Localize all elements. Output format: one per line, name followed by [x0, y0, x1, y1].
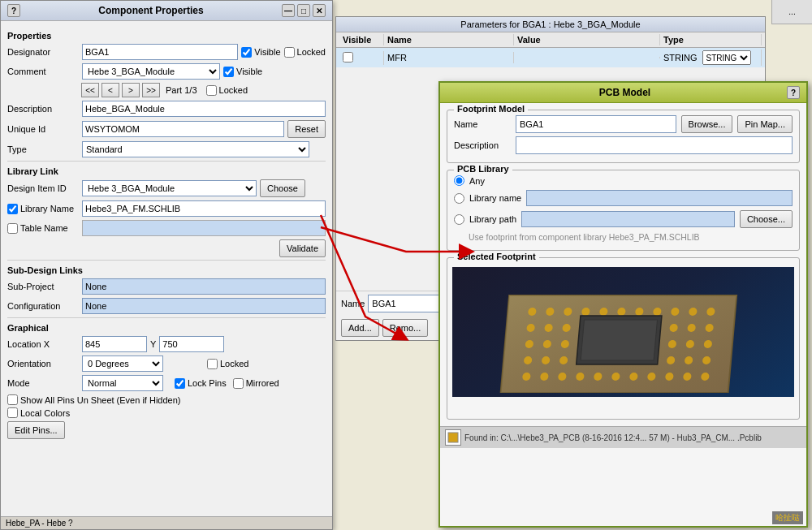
location-x-input[interactable] [82, 336, 147, 352]
designator-row: Designator Visible Locked [7, 44, 326, 60]
nav-first-button[interactable]: << [81, 83, 99, 97]
params-name-label: Name [341, 299, 365, 308]
footprint-name-label: Name [454, 119, 511, 129]
comment-visible-label: Visible [236, 67, 262, 76]
description-input[interactable] [82, 101, 326, 117]
params-data-row[interactable]: MFR STRING STRING [336, 48, 765, 67]
nav-last-button[interactable]: >> [142, 83, 160, 97]
lock-pins-text: Lock Pins [188, 378, 227, 388]
comment-select[interactable]: Hebe 3_BGA_Module [82, 63, 220, 80]
validate-button[interactable]: Validate [279, 239, 326, 257]
svg-rect-58 [581, 320, 657, 360]
found-in-bar: Found in: C:\...\Hebe3_PA_PCB (8-16-2016… [440, 426, 806, 448]
library-path-field[interactable] [521, 211, 735, 227]
footprint-description-input[interactable] [516, 136, 793, 154]
show-pins-checkbox[interactable] [7, 394, 18, 405]
local-colors-text: Local Colors [20, 408, 70, 418]
bottom-tab[interactable]: Hebe_PA - Hebe ? [1, 516, 332, 529]
maximize-button[interactable]: □ [297, 4, 310, 17]
lock-pins-checkbox[interactable] [175, 378, 185, 389]
design-item-id-select[interactable]: Hebe 3_BGA_Module [82, 180, 257, 196]
type-select[interactable]: Standard [82, 141, 309, 157]
library-choose-button[interactable]: Choose... [740, 210, 793, 228]
comment-label: Comment [7, 67, 79, 76]
graphical-section: Graphical Location X Y Orientation 0 Deg… [7, 317, 326, 418]
local-colors-checkbox[interactable] [7, 407, 18, 418]
uniqueid-row: Unique Id Reset [7, 120, 326, 138]
part-label: Part 1/3 [166, 85, 197, 95]
location-y-input[interactable] [159, 336, 224, 352]
help-button[interactable]: ? [7, 4, 20, 17]
designator-locked-checkbox[interactable] [284, 47, 295, 58]
main-titlebar: ? Component Properties — □ ✕ [1, 1, 332, 21]
orientation-locked-checkbox[interactable] [207, 359, 218, 369]
extra-dots: ... [788, 7, 795, 16]
edit-pins-row: Edit Pins... [7, 421, 326, 439]
uniqueid-input[interactable] [82, 121, 284, 137]
minimize-button[interactable]: — [282, 4, 295, 17]
params-add-button[interactable]: Add... [341, 319, 379, 337]
library-path-radio[interactable] [454, 214, 464, 225]
comment-visible-checkbox[interactable] [223, 67, 234, 77]
col-type: Type [660, 34, 762, 45]
footprint-description-row: Description [454, 136, 793, 154]
mirrored-label: Mirrored [233, 378, 279, 389]
pcb-help-button[interactable]: ? [787, 86, 800, 99]
show-pins-row: Show All Pins Un Sheet (Even if Hidden) [7, 394, 326, 405]
params-remove-button[interactable]: Remo... [382, 319, 429, 337]
close-button[interactable]: ✕ [313, 4, 326, 17]
nav-prev-button[interactable]: < [102, 83, 119, 97]
edit-pins-button[interactable]: Edit Pins... [7, 421, 65, 439]
mirrored-checkbox[interactable] [233, 378, 244, 389]
table-name-checkbox[interactable] [7, 223, 18, 234]
orientation-label: Orientation [7, 359, 79, 368]
table-name-input[interactable] [82, 220, 326, 236]
nav-locked-checkbox[interactable] [206, 85, 217, 96]
mode-row: Mode Normal Lock Pins Mirrored [7, 375, 326, 391]
main-title: Component Properties [20, 5, 282, 16]
orientation-select[interactable]: 0 Degrees [82, 355, 163, 372]
mirrored-text: Mirrored [246, 378, 279, 388]
extra-panel: ... [771, 0, 812, 24]
library-name-label: Library Name [20, 204, 74, 213]
configuration-input[interactable] [82, 298, 326, 314]
nav-locked-label: Locked [219, 85, 248, 95]
library-name-field[interactable] [526, 190, 793, 206]
designator-locked-checkbox-label: Locked [284, 47, 326, 58]
show-pins-checkbox-label: Show All Pins Un Sheet (Even if Hidden) [7, 394, 326, 405]
row-visible-checkbox[interactable] [343, 52, 353, 62]
footprint-preview [452, 263, 794, 401]
col-visible: Visible [339, 34, 384, 45]
nav-next-button[interactable]: > [122, 83, 140, 97]
library-name-radio[interactable] [454, 193, 464, 204]
selected-footprint-group: Selected Footprint [447, 257, 800, 420]
main-content: Properties Designator Visible Locked Com… [1, 21, 332, 444]
mode-select[interactable]: Normal [82, 375, 163, 391]
footprint-small-icon [447, 432, 459, 443]
row-value [514, 57, 660, 58]
row-type-select[interactable]: STRING [702, 50, 751, 65]
library-name-input[interactable] [82, 200, 326, 217]
any-radio[interactable] [454, 175, 464, 186]
pin-map-button[interactable]: Pin Map... [737, 115, 793, 133]
design-item-id-row: Design Item ID Hebe 3_BGA_Module Choose [7, 179, 326, 197]
sub-project-row: Sub-Project [7, 278, 326, 295]
nav-locked-checkbox-label: Locked [206, 85, 248, 96]
params-title: Parameters for BGA1 : Hebe 3_BGA_Module [460, 19, 640, 29]
pcb-content: Footprint Model Name Browse... Pin Map..… [440, 103, 806, 426]
mode-label: Mode [7, 378, 79, 388]
library-name-checkbox-label: Library Name [7, 204, 79, 214]
reset-button[interactable]: Reset [287, 120, 326, 138]
watermark: 哈扯哒 [772, 511, 803, 524]
pcb-library-legend: PCB Library [454, 164, 512, 174]
browse-button[interactable]: Browse... [681, 115, 733, 133]
sub-project-input[interactable] [82, 278, 326, 295]
type-row: Type Standard [7, 141, 326, 157]
sub-design-section: Sub-Design Links Sub-Project Configurati… [7, 260, 326, 314]
uniqueid-label: Unique Id [7, 124, 79, 134]
designator-visible-checkbox[interactable] [241, 47, 252, 58]
choose-button[interactable]: Choose [260, 179, 305, 197]
library-name-checkbox[interactable] [7, 204, 18, 214]
designator-input[interactable] [82, 44, 238, 60]
footprint-name-input[interactable] [516, 115, 676, 133]
